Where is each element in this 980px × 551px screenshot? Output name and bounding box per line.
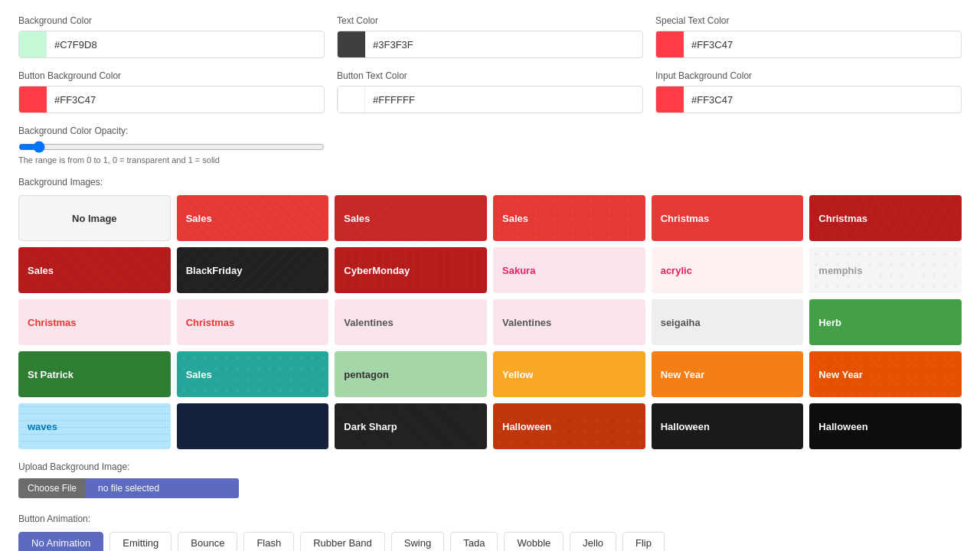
background-color-input[interactable]: #C7F9D8 (18, 31, 325, 58)
animation-tada[interactable]: Tada (450, 532, 498, 551)
special-text-color-input[interactable]: #FF3C47 (655, 31, 962, 58)
bg-image-label: Sales (344, 213, 370, 224)
animation-flash[interactable]: Flash (243, 532, 294, 551)
input-bg-color-swatch[interactable] (656, 86, 684, 113)
bg-image-st-patrick[interactable]: St Patrick (18, 351, 171, 397)
animation-label: Button Animation: (18, 514, 962, 524)
button-text-color-group: Button Text Color #FFFFFF (337, 70, 643, 113)
bg-image-label: Halloween (502, 421, 551, 432)
animation-swing[interactable]: Swing (391, 532, 444, 551)
bg-image-valentines-2[interactable]: Valentines (493, 299, 645, 345)
special-text-color-group: Special Text Color #FF3C47 (655, 15, 962, 58)
file-input-row: Choose File no file selected (18, 478, 962, 498)
bg-image-christmas-4[interactable]: Christmas (177, 299, 329, 345)
bg-image-sales-4[interactable]: Sales (18, 247, 171, 293)
special-text-color-swatch[interactable] (656, 31, 684, 58)
bg-image-halloween-1[interactable]: Halloween (493, 403, 645, 449)
upload-section: Upload Background Image: Choose File no … (18, 461, 962, 498)
button-bg-color-value: #FF3C47 (47, 94, 324, 106)
pattern-overlay (178, 405, 328, 448)
animation-flip[interactable]: Flip (622, 532, 665, 551)
button-bg-color-input[interactable]: #FF3C47 (18, 86, 325, 113)
bg-image-herb[interactable]: Herb (809, 299, 962, 345)
bg-images-section: Background Images: No Image Sales Sales … (18, 177, 962, 449)
special-text-color-value: #FF3C47 (684, 39, 961, 51)
file-name-display: no file selected (86, 478, 239, 498)
bg-image-label: Sales (186, 213, 212, 224)
bg-image-label: seigaiha (661, 317, 701, 328)
choose-file-button[interactable]: Choose File (18, 478, 86, 498)
background-color-group: Background Color #C7F9D8 (18, 15, 325, 58)
bg-image-christmas-2[interactable]: Christmas (809, 195, 962, 241)
button-text-color-swatch[interactable] (338, 86, 365, 113)
bg-image-label: acrylic (661, 265, 692, 276)
bg-image-valentines-1[interactable]: Valentines (335, 299, 487, 345)
text-color-input[interactable]: #3F3F3F (337, 31, 643, 58)
bg-image-sales-3[interactable]: Sales (493, 195, 645, 241)
background-color-swatch[interactable] (19, 31, 47, 58)
bg-image-label: BlackFriday (186, 265, 243, 276)
input-bg-color-input[interactable]: #FF3C47 (655, 86, 962, 113)
bg-image-new-year-1[interactable]: New Year (652, 351, 804, 397)
bg-image-label: pentagon (344, 369, 389, 380)
settings-panel: Background Color #C7F9D8 Text Color #3F3… (0, 0, 980, 551)
button-text-color-label: Button Text Color (337, 70, 643, 81)
bg-image-sales-5[interactable]: Sales (177, 351, 329, 397)
bg-image-label: Christmas (28, 317, 77, 328)
opacity-label: Background Color Opacity: (18, 126, 962, 136)
bg-image-label: Yellow (502, 369, 533, 380)
opacity-section: Background Color Opacity: The range is f… (18, 126, 962, 165)
bg-image-sakura[interactable]: Sakura (493, 247, 645, 293)
bg-image-label: Herb (818, 317, 841, 328)
bg-image-halloween-3[interactable]: Halloween (809, 403, 962, 449)
button-bg-color-group: Button Background Color #FF3C47 (18, 70, 325, 113)
opacity-hint: The range is from 0 to 1, 0 = transparen… (18, 155, 962, 165)
bg-image-pentagon[interactable]: pentagon (335, 351, 487, 397)
bg-image-dark-sharp[interactable]: Dark Sharp (335, 403, 487, 449)
bg-image-dark-1[interactable] (177, 403, 329, 449)
bg-image-cybermonday[interactable]: CyberMonday (335, 247, 487, 293)
bg-image-christmas-3[interactable]: Christmas (18, 299, 171, 345)
color-row-1: Background Color #C7F9D8 Text Color #3F3… (18, 15, 962, 58)
bg-image-label: Halloween (661, 421, 710, 432)
text-color-value: #3F3F3F (365, 39, 642, 51)
bg-image-blackfriday[interactable]: BlackFriday (177, 247, 329, 293)
button-text-color-input[interactable]: #FFFFFF (337, 86, 643, 113)
bg-image-sales-2[interactable]: Sales (335, 195, 487, 241)
bg-image-label: Sales (502, 213, 528, 224)
bg-image-acrylic[interactable]: acrylic (652, 247, 804, 293)
animation-section: Button Animation: No Animation Emitting … (18, 514, 962, 551)
bg-image-label: Christmas (818, 213, 867, 224)
bg-image-label: CyberMonday (344, 265, 410, 276)
background-color-label: Background Color (18, 15, 325, 26)
bg-image-label: Christmas (661, 213, 710, 224)
bg-image-label: St Patrick (28, 369, 74, 380)
bg-image-yellow[interactable]: Yellow (493, 351, 645, 397)
bg-image-label: Sakura (502, 265, 535, 276)
bg-image-label: No Image (72, 213, 117, 224)
text-color-label: Text Color (337, 15, 643, 26)
bg-image-new-year-2[interactable]: New Year (809, 351, 962, 397)
animation-bounce[interactable]: Bounce (178, 532, 237, 551)
bg-image-memphis[interactable]: memphis (809, 247, 962, 293)
opacity-slider[interactable] (18, 141, 325, 153)
text-color-swatch[interactable] (338, 31, 365, 58)
animation-wobble[interactable]: Wobble (504, 532, 564, 551)
animation-no-animation[interactable]: No Animation (18, 532, 103, 551)
bg-image-waves[interactable]: waves (18, 403, 171, 449)
animation-jello[interactable]: Jello (570, 532, 616, 551)
bg-image-label: Dark Sharp (344, 421, 397, 432)
button-bg-color-swatch[interactable] (19, 86, 47, 113)
bg-images-grid: No Image Sales Sales Sales Christmas Chr… (18, 195, 962, 449)
bg-image-seigaiha[interactable]: seigaiha (652, 299, 804, 345)
bg-image-christmas-1[interactable]: Christmas (652, 195, 804, 241)
animation-rubber-band[interactable]: Rubber Band (300, 532, 385, 551)
bg-images-label: Background Images: (18, 177, 962, 187)
animation-emitting[interactable]: Emitting (109, 532, 172, 551)
bg-image-sales-1[interactable]: Sales (177, 195, 329, 241)
animation-buttons-group: No Animation Emitting Bounce Flash Rubbe… (18, 532, 962, 551)
bg-image-halloween-2[interactable]: Halloween (652, 403, 804, 449)
bg-image-label: Valentines (502, 317, 551, 328)
bg-image-label: waves (28, 421, 57, 432)
bg-image-no-image[interactable]: No Image (18, 195, 171, 241)
